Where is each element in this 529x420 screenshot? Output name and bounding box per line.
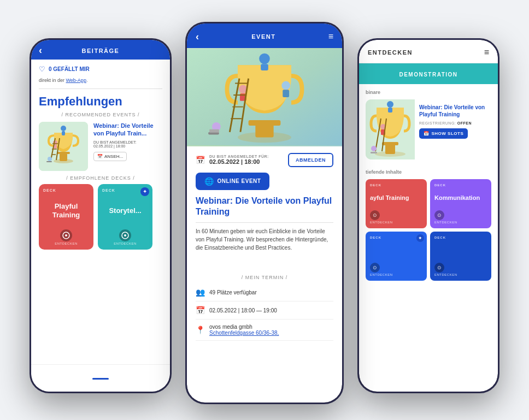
dgc-entdecken-4: ENTDECKEN <box>434 273 457 276</box>
deck-icon-1 <box>60 229 72 241</box>
deck-cards: DECK Playful Training ENTDECKEN <box>39 184 162 250</box>
dgc-footer-3: ⊙ ENTDECKEN <box>370 263 422 276</box>
ansehen-button[interactable]: 📅 ANSEH... <box>93 152 127 161</box>
dgc-label-4: DECK <box>434 236 487 239</box>
svg-point-16 <box>65 234 67 236</box>
date-label: DU BIST ANGEMELDET FÜR: <box>209 155 269 158</box>
phone-center-screen: ‹ EVENT ≡ <box>187 23 342 403</box>
recommended-events-label: / RECOMMENDED EVENTS / <box>39 112 162 117</box>
webinar-info-right: Webinar: Die Vorteile von Playful Traini… <box>415 99 491 159</box>
svg-rect-22 <box>249 120 281 126</box>
back-button[interactable]: ‹ <box>39 45 42 56</box>
phone-center: ‹ EVENT ≡ <box>185 22 344 404</box>
online-event-row: 🌐 ONLINE EVENT <box>196 173 333 196</box>
event-hero <box>187 48 342 146</box>
svg-point-18 <box>124 234 126 236</box>
vertiefende-label: tiefende Inhalte <box>366 169 491 175</box>
date-text: DU BIST ANGEMELDET FÜR: 02.05.2022 | 18:… <box>209 155 269 165</box>
right-header: ENTDECKEN ≡ <box>359 40 498 63</box>
event-details-box: 📅 DU BIST ANGEMELDET FÜR: 02.05.2022 | 1… <box>187 146 342 264</box>
svg-point-48 <box>371 146 377 151</box>
likes-count: 0 GEFÄLLT MIR <box>49 66 90 72</box>
dgc-icon-1: ⊙ <box>370 210 380 220</box>
center-menu-icon[interactable]: ≡ <box>328 32 333 42</box>
reg-value: OFFEN <box>457 121 472 125</box>
event-main-title: Webinar: Die Vorteile von Playful Traini… <box>196 196 333 218</box>
divider-center <box>196 222 333 223</box>
svg-rect-41 <box>382 142 398 145</box>
center-header-title: EVENT <box>251 33 275 40</box>
right-webinar-section: binare <box>359 84 498 165</box>
dgc-title-2: Kommunikation <box>434 194 487 202</box>
event-info-left: Webinar: Die Vorteile von Playful Train.… <box>93 122 162 162</box>
empfohlene-decks-label: / EMPFOHLENE DECKS / <box>39 175 162 181</box>
svg-point-23 <box>259 53 270 64</box>
demo-banner: DEMONSTRATION <box>359 63 498 84</box>
phone-left: ‹ BEITRÄGE ♡ 0 GEFÄLLT MIR direkt in der… <box>30 38 172 393</box>
deck-icon-2 <box>119 229 131 241</box>
dgc-entdecken-3: ENTDECKEN <box>370 273 393 276</box>
deck-card-2[interactable]: DECK ✦ Storytel... ENTDECKEN <box>98 184 152 250</box>
date-info: 📅 DU BIST ANGEMELDET FÜR: 02.05.2022 | 1… <box>196 155 269 165</box>
center-scroll-content: 📅 DU BIST ANGEMELDET FÜR: 02.05.2022 | 1… <box>187 146 342 403</box>
center-back-button[interactable]: ‹ <box>196 31 199 43</box>
deck-entdecken-2: ENTDECKEN <box>114 242 137 245</box>
deck-grid-card-4[interactable]: DECK ⊙ ENTDECKEN <box>430 232 491 281</box>
divider-1 <box>39 88 162 89</box>
abmelden-button[interactable]: ABMELDEN <box>288 153 333 167</box>
svg-rect-34 <box>283 90 289 97</box>
dgc-label-3: DECK <box>370 236 422 239</box>
calendar-icon: 📅 <box>196 156 205 164</box>
nav-bar <box>31 364 170 392</box>
dgc-footer-1: ⊙ ENTDECKEN <box>370 210 422 224</box>
location-text: ovos media gmbh Schottenfeldgasse 60/36-… <box>209 324 279 336</box>
svg-rect-43 <box>388 108 392 113</box>
mein-termin-section: / MEIN TERMIN / 👥 49 Plätze verfügbar 📅 … <box>187 266 342 346</box>
show-slots-button[interactable]: 📅 SHOW SLOTS <box>419 128 468 139</box>
dgc-footer-4: ⊙ ENTDECKEN <box>434 263 487 276</box>
seats-icon: 👥 <box>196 288 205 297</box>
reg-label: REGISTRIERUNG: OFFEN <box>419 121 487 125</box>
webinar-card-right: Webinar: Die Vorteile von Playful Traini… <box>366 99 491 159</box>
deck-card-1[interactable]: DECK Playful Training ENTDECKEN <box>39 184 93 250</box>
deck-grid-card-1[interactable]: DECK ayful Training ⊙ ENTDECKEN <box>366 179 427 228</box>
svg-rect-37 <box>209 129 219 132</box>
dgc-icon-3: ⊙ <box>370 263 380 273</box>
online-event-button[interactable]: 🌐 ONLINE EVENT <box>196 173 269 190</box>
deck-title-1: Playful Training <box>43 202 89 219</box>
phone-left-screen: ‹ BEITRÄGE ♡ 0 GEFÄLLT MIR direkt in der… <box>31 40 170 392</box>
right-menu-icon[interactable]: ≡ <box>484 48 489 57</box>
empfehlungen-title: Empfehlungen <box>39 94 162 109</box>
svg-rect-14 <box>46 161 52 162</box>
asterisk-badge: ✦ <box>140 187 149 196</box>
center-header: ‹ EVENT ≡ <box>187 23 342 48</box>
svg-point-13 <box>48 157 52 161</box>
termin-item-1: 👥 49 Plätze verfügbar <box>196 283 333 301</box>
deck-grid: DECK ayful Training ⊙ ENTDECKEN DECK Kom… <box>366 179 491 281</box>
web-app-link[interactable]: Web-App <box>66 78 86 83</box>
termin-item-3: 📍 ovos media gmbh Schottenfeldgasse 60/3… <box>196 320 333 341</box>
svg-point-42 <box>387 101 393 108</box>
dgc-footer-2: ⊙ ENTDECKEN <box>434 210 487 224</box>
deck-label-1: DECK <box>43 188 56 192</box>
date-value: 02.05.2022 | 18:00 <box>209 158 269 165</box>
phones-container: ‹ BEITRÄGE ♡ 0 GEFÄLLT MIR direkt in der… <box>13 11 516 410</box>
datetime-text: 02.05.2022 | 18:00 — 19:00 <box>209 307 277 313</box>
deck-title-2: Storytel... <box>109 206 141 215</box>
dgc-label-2: DECK <box>434 184 487 187</box>
dgc-title-1: ayful Training <box>370 194 422 202</box>
angemeldet-badge: DU BIST ANGEMELDET: 02.05.2022 | 18:00 <box>93 140 162 148</box>
demo-banner-text: DEMONSTRATION <box>399 72 457 78</box>
date-row: 📅 DU BIST ANGEMELDET FÜR: 02.05.2022 | 1… <box>196 153 333 167</box>
dgc-icon-2: ⊙ <box>434 210 444 220</box>
deck-footer-2: ENTDECKEN <box>114 229 137 245</box>
svg-rect-24 <box>261 64 268 70</box>
svg-rect-21 <box>255 123 273 137</box>
seats-text: 49 Plätze verfügbar <box>209 289 257 295</box>
deck-grid-card-2[interactable]: DECK Kommunikation ⊙ ENTDECKEN <box>430 179 491 228</box>
svg-point-33 <box>281 81 290 90</box>
event-image-left <box>39 122 88 171</box>
vertiefende-section: tiefende Inhalte DECK ayful Training ⊙ E… <box>359 165 498 285</box>
webinar-section-label: binare <box>366 90 491 95</box>
deck-grid-card-3[interactable]: DECK ✦ ⊙ ENTDECKEN <box>366 232 427 281</box>
